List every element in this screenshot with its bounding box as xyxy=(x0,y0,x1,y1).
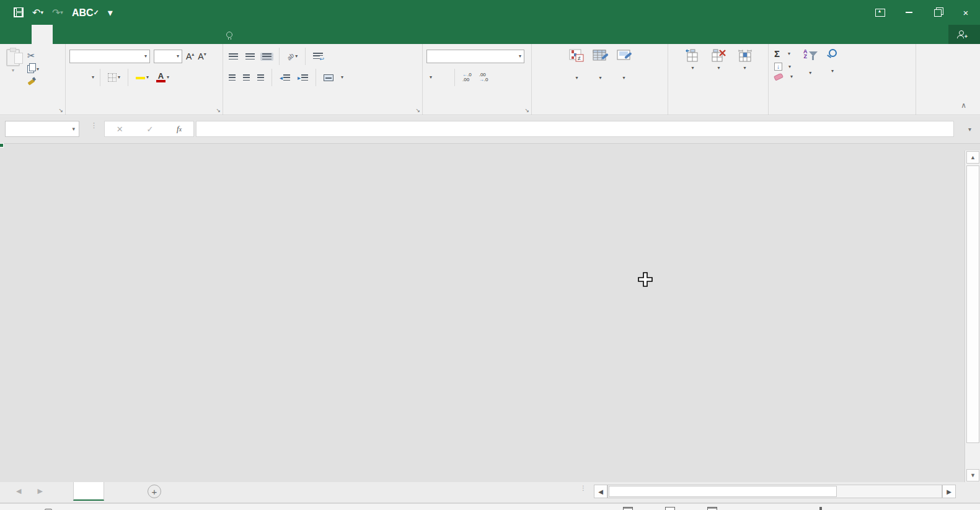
number-dialog-launcher-icon[interactable]: ↘ xyxy=(524,107,529,113)
tab-insert[interactable] xyxy=(54,25,75,44)
increase-indent-button[interactable]: ▸ xyxy=(296,74,310,82)
qat-customize-icon[interactable]: ▾ xyxy=(108,7,113,19)
merge-center-button[interactable]: ▾ xyxy=(322,74,345,82)
scroll-right-icon[interactable]: ▶ xyxy=(942,485,956,498)
delete-cells-button[interactable]: ▾ xyxy=(709,48,730,103)
formula-bar-splitter[interactable]: ⋮ xyxy=(90,123,97,127)
increase-indent-icon xyxy=(301,74,308,81)
clipboard-dialog-launcher-icon[interactable]: ↘ xyxy=(58,107,63,113)
horizontal-scroll-thumb[interactable] xyxy=(609,486,837,497)
format-painter-icon[interactable] xyxy=(27,77,35,85)
tabbar-splitter[interactable]: ⋮ xyxy=(580,486,586,490)
scroll-up-icon[interactable]: ▲ xyxy=(966,151,979,164)
fill-handle[interactable] xyxy=(0,143,4,147)
save-icon[interactable] xyxy=(14,7,24,17)
funnel-icon xyxy=(809,51,818,56)
tab-data[interactable] xyxy=(121,25,142,44)
lightbulb-icon xyxy=(226,32,232,38)
tab-file[interactable] xyxy=(7,25,30,44)
align-center-button[interactable] xyxy=(241,74,252,82)
underline-button[interactable] xyxy=(84,77,88,78)
spelling-icon[interactable]: ABC✓ xyxy=(72,10,99,15)
tab-review[interactable] xyxy=(143,25,164,44)
alignment-dialog-launcher-icon[interactable]: ↘ xyxy=(415,107,420,113)
fill-button[interactable]: ↓▾ xyxy=(772,62,795,71)
conditional-formatting-button[interactable]: ≠ ▾ xyxy=(567,48,588,103)
align-middle-button[interactable] xyxy=(244,53,257,61)
undo-icon[interactable]: ↶▾ xyxy=(32,7,43,19)
number-format-combo[interactable]: ▾ xyxy=(426,50,524,63)
italic-button[interactable] xyxy=(77,77,81,78)
expand-formula-bar-icon[interactable]: ▾ xyxy=(968,126,971,133)
sort-filter-button[interactable]: AZ ▾ xyxy=(801,48,820,80)
cell-styles-button[interactable]: ▾ xyxy=(614,48,635,103)
collapse-ribbon-icon[interactable]: ∧ xyxy=(961,101,966,110)
find-select-button[interactable]: ▾ xyxy=(826,48,839,80)
font-size-combo[interactable]: ▾ xyxy=(154,50,182,63)
fill-color-button[interactable]: ▾ xyxy=(134,75,151,80)
insert-function-icon[interactable]: fx xyxy=(177,124,182,134)
paste-button[interactable]: ▾ xyxy=(4,48,22,85)
percent-style-button[interactable] xyxy=(438,77,441,78)
font-color-button[interactable]: A▾ xyxy=(154,72,171,83)
sheet-nav-right-icon[interactable]: ▶ xyxy=(37,487,42,495)
tab-home[interactable] xyxy=(32,25,53,44)
copy-icon[interactable] xyxy=(27,65,34,73)
cut-icon[interactable]: ✂ xyxy=(27,50,39,61)
ribbon-display-options-button[interactable] xyxy=(866,0,894,25)
wrap-text-button[interactable] xyxy=(311,52,329,61)
name-box[interactable]: ▾ xyxy=(5,121,79,137)
name-box-caret-icon[interactable]: ▾ xyxy=(72,126,75,132)
orientation-button[interactable]: ab▾ xyxy=(285,53,299,61)
format-cells-button[interactable]: ▾ xyxy=(735,48,756,103)
align-right-button[interactable] xyxy=(255,74,266,82)
new-sheet-button[interactable]: + xyxy=(148,485,161,498)
close-button[interactable]: × xyxy=(951,0,980,25)
formula-input[interactable] xyxy=(196,121,954,137)
svg-text:≠: ≠ xyxy=(578,55,581,61)
tell-me-box[interactable] xyxy=(226,25,237,44)
insert-cells-button[interactable]: ▾ xyxy=(682,48,704,103)
sheet-tab-sheet1[interactable] xyxy=(73,482,104,501)
zoom-slider-handle[interactable] xyxy=(819,507,822,510)
align-top-button[interactable] xyxy=(227,53,240,61)
tab-power-pivot[interactable] xyxy=(188,25,209,44)
decrease-indent-button[interactable]: ◂ xyxy=(278,74,292,82)
decrease-font-icon[interactable]: A▾ xyxy=(198,51,206,61)
minimize-button[interactable] xyxy=(894,0,923,25)
vertical-scroll-thumb[interactable] xyxy=(966,165,979,443)
cell-styles-icon xyxy=(616,49,632,64)
align-left-button[interactable] xyxy=(227,74,237,82)
font-name-combo[interactable]: ▾ xyxy=(69,50,150,63)
group-alignment: ab▾ ◂ ▸ ▾ ↘ xyxy=(223,44,423,115)
increase-decimal-button[interactable]: ←.0.00 xyxy=(461,72,474,83)
view-normal-icon[interactable] xyxy=(623,507,633,510)
restore-button[interactable] xyxy=(923,0,951,25)
comma-style-button[interactable] xyxy=(445,77,449,78)
accounting-format-button[interactable]: ▾ xyxy=(426,75,434,80)
tab-view[interactable] xyxy=(166,25,187,44)
font-dialog-launcher-icon[interactable]: ↘ xyxy=(216,107,221,113)
group-number: ▾ ▾ ←.0.00 .00→.0 ↘ xyxy=(423,44,532,115)
tab-page-layout[interactable] xyxy=(76,25,97,44)
decrease-decimal-button[interactable]: .00→.0 xyxy=(477,72,490,83)
underline-caret-icon[interactable]: ▾ xyxy=(92,76,94,79)
scroll-left-icon[interactable]: ◀ xyxy=(594,485,607,498)
horizontal-scrollbar[interactable] xyxy=(607,485,942,498)
view-page-layout-icon[interactable] xyxy=(665,507,675,510)
ribbon-tab-row xyxy=(0,25,980,44)
share-button[interactable] xyxy=(948,25,980,44)
bold-button[interactable] xyxy=(69,77,73,78)
increase-font-icon[interactable]: A▴ xyxy=(186,51,194,61)
clear-button[interactable]: ▾ xyxy=(772,74,795,80)
borders-button[interactable]: ▾ xyxy=(106,73,122,82)
vertical-scrollbar[interactable]: ▲ ▼ xyxy=(965,151,980,482)
sheet-nav-left-icon[interactable]: ◀ xyxy=(16,487,21,495)
autosum-button[interactable]: Σ▾ xyxy=(772,48,795,59)
view-page-break-icon[interactable] xyxy=(707,507,717,510)
align-bottom-button[interactable] xyxy=(260,53,273,61)
format-as-table-button[interactable]: ▾ xyxy=(590,48,611,103)
group-styles: ≠ ▾ ▾ ▾ xyxy=(532,44,668,115)
tab-formulas[interactable] xyxy=(99,25,120,44)
scroll-down-icon[interactable]: ▼ xyxy=(966,469,979,481)
